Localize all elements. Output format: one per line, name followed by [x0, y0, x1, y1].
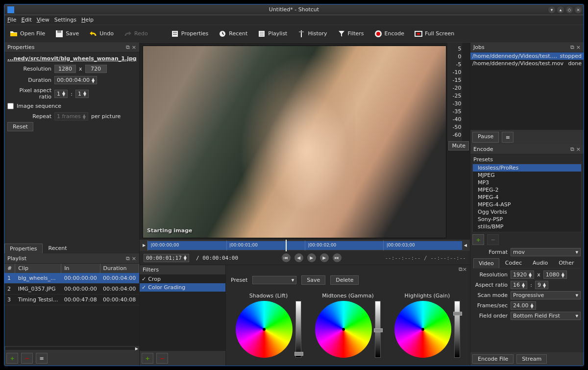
window-restore-icon[interactable]: ◇ [566, 6, 573, 13]
tab-audio[interactable]: Audio [528, 258, 553, 268]
fps-spinner[interactable]: 24.00▲▼ [511, 301, 536, 310]
open-file-button[interactable]: Open File [7, 28, 47, 39]
play-button[interactable]: ▶ [307, 253, 316, 262]
preset-item[interactable]: stills/BMP [473, 223, 581, 230]
redo-button[interactable]: Redo [122, 28, 150, 39]
job-row[interactable]: /home/ddennedy/Videos/test.movstopped [470, 52, 584, 60]
preset-item[interactable]: MP3 [473, 179, 581, 186]
scan-select[interactable]: Progressive▾ [511, 291, 581, 299]
image-sequence-checkbox[interactable] [7, 103, 14, 109]
playlist-table[interactable]: # Clip In Duration 1blg_wheels_...00:00:… [4, 264, 139, 346]
preset-item[interactable]: stills/DPX [473, 230, 581, 232]
filter-remove-button[interactable]: − [156, 353, 168, 364]
scroll-right-icon[interactable]: ▶ [135, 346, 138, 351]
menu-help[interactable]: Help [81, 17, 94, 23]
luminance-slider[interactable] [375, 301, 381, 358]
preset-add-button[interactable]: + [472, 234, 484, 245]
jobs-list[interactable]: /home/ddennedy/Videos/test.movstopped/ho… [470, 52, 584, 130]
col-in[interactable]: In [61, 264, 100, 273]
duration-spinner[interactable]: 00:00:04:00▲▼ [54, 76, 97, 84]
filter-list[interactable]: ✓Crop✓Color Grading [140, 275, 225, 351]
current-timecode[interactable]: 00:00:01;17▲▼ [144, 254, 189, 262]
panel-detach-icon[interactable]: ⧉ [570, 146, 574, 152]
window-maximize-icon[interactable]: ▴ [557, 6, 564, 13]
jobs-menu-button[interactable]: ≡ [502, 132, 514, 143]
aspect-b-spinner[interactable]: 9▲▼ [535, 281, 548, 289]
preset-delete-button[interactable]: Delete [330, 275, 359, 285]
playlist-button[interactable]: Playlist [255, 28, 289, 39]
aspect-a-spinner[interactable]: 16▲▼ [511, 281, 527, 289]
tab-codec[interactable]: Codec [500, 258, 527, 268]
preview-scrubber[interactable]: ▶ |00:00:00;00|00:00:01;00|00:00:02;00|0… [140, 239, 470, 251]
recent-button[interactable]: Recent [216, 28, 249, 39]
menu-edit[interactable]: Edit [21, 17, 31, 23]
fullscreen-button[interactable]: Full Screen [412, 28, 456, 39]
luminance-slider[interactable] [454, 301, 460, 358]
job-row[interactable]: /home/ddennedy/Videos/test.movdone [470, 60, 584, 67]
panel-close-icon[interactable]: × [132, 255, 136, 262]
par-a-spinner[interactable]: 1▲▼ [54, 90, 68, 98]
filters-button[interactable]: Filters [335, 28, 366, 39]
presets-listbox[interactable]: lossless/ProResMJPEGMP3MPEG-2MPEG-4MPEG-… [472, 164, 582, 232]
scrub-start-icon[interactable]: ▶ [143, 243, 146, 247]
stream-button[interactable]: Stream [516, 354, 547, 364]
preset-item[interactable]: MPEG-4 [473, 194, 581, 201]
menu-file[interactable]: File [7, 17, 16, 23]
window-minimize-icon[interactable]: ▾ [548, 6, 555, 13]
step-fwd-button[interactable]: ▶ [320, 253, 329, 262]
panel-detach-icon[interactable]: ⧉ [126, 44, 130, 50]
tab-properties[interactable]: Properties [4, 244, 43, 253]
playhead[interactable] [286, 240, 287, 251]
reset-button[interactable]: Reset [7, 122, 33, 131]
skip-start-button[interactable]: ⏮ [282, 253, 291, 262]
scrub-end-icon[interactable]: ◀ [464, 243, 467, 247]
window-close-icon[interactable]: × [575, 6, 582, 13]
spinner-arrows-icon[interactable]: ▲▼ [92, 78, 95, 83]
playlist-menu-button[interactable]: ≡ [36, 353, 48, 364]
preset-item[interactable]: MJPEG [473, 172, 581, 179]
table-row[interactable]: 3Timing Testsl...00:00:47:0800:00:40:08 [4, 295, 139, 305]
encode-file-button[interactable]: Encode File [472, 354, 514, 364]
format-select[interactable]: mov▾ [511, 248, 581, 256]
mute-button[interactable]: Mute [448, 141, 469, 150]
color-wheel[interactable] [315, 301, 372, 358]
enc-height-spinner[interactable]: 1080▲▼ [543, 271, 567, 279]
video-preview[interactable]: Starting image [140, 43, 447, 239]
panel-close-icon[interactable]: × [576, 146, 581, 152]
history-button[interactable]: History [295, 28, 329, 39]
jobs-pause-button[interactable]: Pause [472, 132, 499, 143]
col-clip[interactable]: Clip [15, 264, 61, 273]
panel-close-icon[interactable]: × [576, 44, 581, 50]
preset-select[interactable]: ▾ [252, 276, 296, 284]
panel-detach-icon[interactable]: ⧉ [126, 255, 130, 262]
panel-detach-icon[interactable]: ⧉ [459, 266, 463, 272]
preset-item[interactable]: lossless/ProRes [473, 164, 581, 172]
playlist-remove-button[interactable]: − [21, 353, 33, 364]
panel-close-icon[interactable]: × [132, 44, 136, 50]
preset-item[interactable]: Ogg Vorbis [473, 208, 581, 216]
properties-button[interactable]: Properties [169, 28, 211, 39]
table-row[interactable]: 2IMG_0357.JPG00:00:00:0000:00:04:00 [4, 284, 139, 295]
res-height-input[interactable]: 720 [85, 65, 107, 73]
save-button[interactable]: Save [53, 28, 81, 39]
color-wheel[interactable] [236, 301, 293, 358]
preset-item[interactable]: Sony-PSP [473, 216, 581, 223]
step-back-button[interactable]: ◀ [294, 253, 303, 262]
par-b-spinner[interactable]: 1▲▼ [75, 90, 89, 98]
panel-close-icon[interactable]: × [463, 266, 467, 272]
tab-other[interactable]: Other [554, 258, 579, 268]
filter-item[interactable]: ✓Color Grading [140, 283, 225, 292]
preset-remove-button[interactable]: − [487, 234, 499, 245]
menu-settings[interactable]: Settings [54, 17, 76, 23]
panel-detach-icon[interactable]: ⧉ [570, 44, 574, 50]
menu-view[interactable]: View [37, 17, 49, 23]
filter-add-button[interactable]: + [142, 353, 153, 364]
color-wheel[interactable] [394, 301, 451, 358]
field-order-select[interactable]: Bottom Field First▾ [511, 312, 581, 320]
col-duration[interactable]: Duration [100, 264, 139, 273]
tab-video[interactable]: Video [473, 258, 499, 268]
col-index[interactable]: # [4, 264, 15, 273]
preset-save-button[interactable]: Save [301, 275, 325, 285]
playlist-add-button[interactable]: + [6, 353, 18, 364]
res-width-input[interactable]: 1280 [54, 65, 76, 73]
